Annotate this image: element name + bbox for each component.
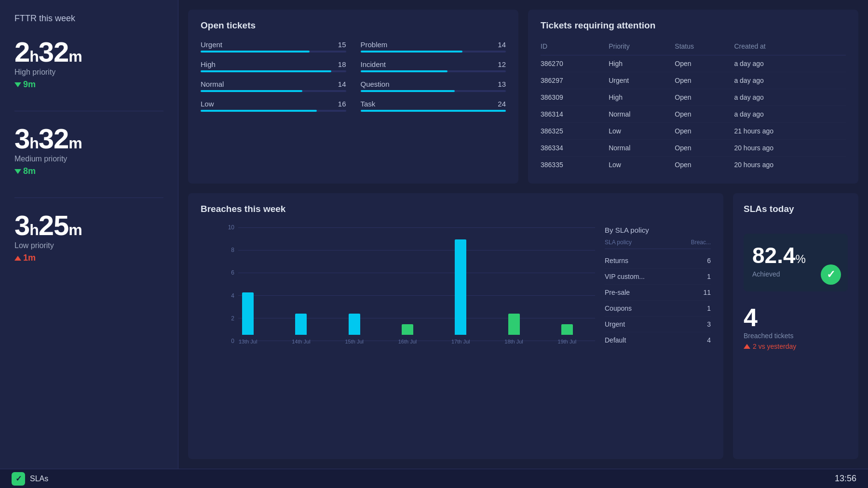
list-item: Returns6 bbox=[605, 253, 711, 269]
low-priority-delta: 1m bbox=[14, 253, 163, 263]
table-row: 386270HighOpena day ago bbox=[541, 55, 846, 72]
medium-priority-delta: 8m bbox=[14, 166, 163, 176]
open-tickets-card: Open tickets Urgent 15 bbox=[188, 10, 518, 184]
medium-priority-metric: 3h32m Medium priority 8m bbox=[14, 125, 163, 176]
ticket-row-urgent: Urgent 15 bbox=[201, 40, 346, 53]
table-row: 386297UrgentOpena day ago bbox=[541, 72, 846, 89]
slas-today-title: SLAs today bbox=[744, 204, 848, 214]
bar-green bbox=[508, 314, 520, 335]
bottom-left: ✓ SLAs bbox=[12, 472, 48, 486]
ticket-row-high: High 18 bbox=[201, 60, 346, 72]
low-priority-metric: 3h25m Low priority 1m bbox=[14, 211, 163, 263]
bottom-right-section: Breaches this week 10 8 bbox=[188, 193, 858, 459]
table-row: 386325LowOpen21 hours ago bbox=[541, 123, 846, 140]
achieved-pct: 82.4% bbox=[752, 242, 839, 268]
current-time: 13:56 bbox=[835, 474, 856, 484]
ticket-row-incident: Incident 12 bbox=[361, 60, 506, 72]
breached-block: 4 Breached tickets 2 vs yesterday bbox=[744, 301, 848, 354]
bottom-bar: ✓ SLAs 13:56 bbox=[0, 469, 868, 488]
sla-policy-section: By SLA policy SLA policy Breac... Return… bbox=[605, 224, 711, 449]
ticket-left-col: Urgent 15 High 18 bbox=[201, 40, 346, 112]
bar-group: 18th Jul bbox=[490, 314, 537, 344]
ticket-row-task: Task 24 bbox=[361, 100, 506, 112]
bar-green bbox=[402, 324, 413, 335]
col-status: Status bbox=[675, 40, 734, 55]
breached-delta: 2 vs yesterday bbox=[744, 343, 848, 350]
bar-cyan bbox=[242, 292, 254, 335]
list-item: Pre-sale11 bbox=[605, 285, 711, 301]
bar-label: 16th Jul bbox=[398, 339, 417, 344]
col-id: ID bbox=[541, 40, 609, 55]
sla-policy-rows: Returns6VIP custom...1Pre-sale11Coupons1… bbox=[605, 253, 711, 348]
table-row: 386335LowOpen20 hours ago bbox=[541, 157, 846, 173]
divider-2 bbox=[14, 198, 163, 198]
medium-priority-time: 3h32m bbox=[14, 125, 163, 153]
chart-container: 10 8 6 4 bbox=[201, 224, 595, 359]
slas-achieved-box: 82.4% Achieved ✓ bbox=[744, 234, 848, 291]
bar-group: 19th Jul bbox=[544, 324, 590, 344]
breached-label: Breached tickets bbox=[744, 332, 848, 340]
bar-group: 13th Jul bbox=[225, 292, 271, 344]
ticket-rows: Urgent 15 High 18 bbox=[201, 40, 506, 112]
col-priority: Priority bbox=[609, 40, 675, 55]
medium-priority-label: Medium priority bbox=[14, 155, 163, 163]
breaches-card: Breaches this week 10 8 bbox=[188, 193, 723, 459]
app-name: SLAs bbox=[30, 475, 48, 483]
list-item: VIP custom...1 bbox=[605, 269, 711, 285]
high-priority-label: High priority bbox=[14, 68, 163, 77]
attention-card: Tickets requiring attention ID Priority … bbox=[528, 10, 858, 184]
table-row: 386314NormalOpena day ago bbox=[541, 106, 846, 123]
bar-label: 17th Jul bbox=[451, 339, 470, 344]
low-priority-time: 3h25m bbox=[14, 211, 163, 239]
ticket-row-problem: Problem 14 bbox=[361, 40, 506, 53]
low-priority-label: Low priority bbox=[14, 241, 163, 250]
bar-group: 15th Jul bbox=[331, 314, 378, 344]
bar-label: 13th Jul bbox=[239, 339, 258, 344]
list-item: Default4 bbox=[605, 332, 711, 348]
open-tickets-title: Open tickets bbox=[201, 20, 506, 31]
table-row: 386309HighOpena day ago bbox=[541, 89, 846, 106]
bar-group: 14th Jul bbox=[278, 314, 324, 344]
sla-policy-header: By SLA policy bbox=[605, 226, 711, 234]
ticket-row-question: Question 13 bbox=[361, 80, 506, 92]
check-icon: ✓ bbox=[827, 269, 835, 280]
high-priority-delta: 9m bbox=[14, 79, 163, 90]
bar-cyan bbox=[455, 239, 466, 335]
bar-cyan bbox=[349, 314, 360, 335]
bar-label: 15th Jul bbox=[345, 339, 364, 344]
attention-table: ID Priority Status Created at 386270High… bbox=[541, 40, 846, 173]
bar-group: 17th Jul bbox=[437, 239, 484, 344]
right-panel: Open tickets Urgent 15 bbox=[178, 0, 868, 469]
breached-count: 4 bbox=[744, 305, 848, 330]
high-priority-metric: 2h32m High priority 9m bbox=[14, 38, 163, 90]
top-right-section: Open tickets Urgent 15 bbox=[188, 10, 858, 184]
bar-cyan bbox=[295, 314, 307, 335]
app-logo: ✓ bbox=[12, 472, 25, 486]
arrow-down-icon-2 bbox=[14, 169, 21, 174]
bar-group: 16th Jul bbox=[384, 324, 431, 344]
slas-today-card: SLAs today 82.4% Achieved ✓ 4 Breached t… bbox=[733, 193, 858, 459]
bar-label: 14th Jul bbox=[292, 339, 311, 344]
bar-label: 19th Jul bbox=[558, 339, 577, 344]
arrow-up-icon-2 bbox=[744, 344, 750, 349]
divider-1 bbox=[14, 111, 163, 111]
table-row: 386334NormalOpen20 hours ago bbox=[541, 140, 846, 157]
high-priority-time: 2h32m bbox=[14, 38, 163, 66]
breaches-content: 10 8 6 4 bbox=[201, 224, 711, 449]
bar-label: 18th Jul bbox=[504, 339, 523, 344]
fttr-title: FTTR this week bbox=[14, 13, 163, 24]
list-item: Urgent3 bbox=[605, 317, 711, 332]
ticket-row-normal: Normal 14 bbox=[201, 80, 346, 92]
bars-container: 13th Jul14th Jul15th Jul16th Jul17th Jul… bbox=[220, 224, 595, 344]
attention-title: Tickets requiring attention bbox=[541, 20, 846, 31]
check-circle: ✓ bbox=[821, 264, 841, 285]
list-item: Coupons1 bbox=[605, 301, 711, 317]
arrow-down-icon bbox=[14, 82, 21, 87]
left-panel: FTTR this week 2h32m High priority 9m 3h… bbox=[0, 0, 178, 469]
ticket-right-col: Problem 14 Incident 12 bbox=[361, 40, 506, 112]
breaches-title: Breaches this week bbox=[201, 204, 711, 214]
bar-green bbox=[561, 324, 573, 335]
arrow-up-icon bbox=[14, 256, 21, 261]
ticket-row-low: Low 16 bbox=[201, 100, 346, 112]
col-created: Created at bbox=[734, 40, 846, 55]
